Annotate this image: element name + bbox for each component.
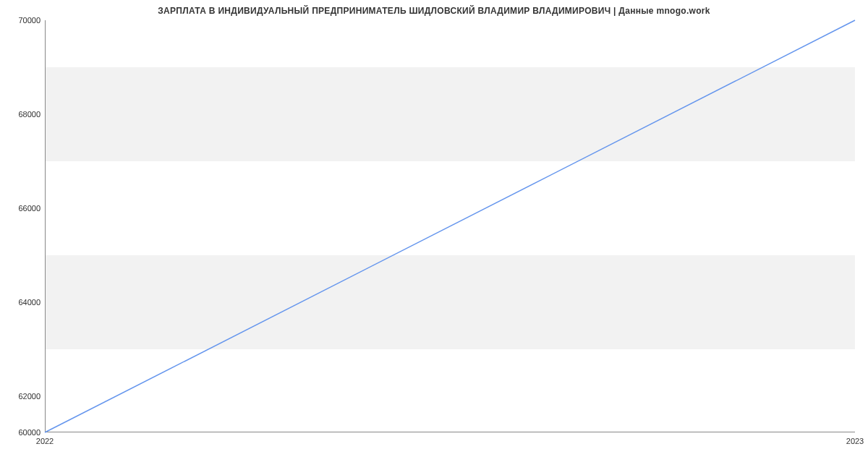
- y-tick-label: 60000: [18, 428, 41, 437]
- chart-container: ЗАРПЛАТА В ИНДИВИДУАЛЬНЫЙ ПРЕДПРИНИМАТЕЛ…: [0, 0, 868, 470]
- x-tick-label: 2023: [846, 437, 864, 445]
- svg-line-0: [45, 20, 855, 432]
- x-tick-label: 2022: [36, 437, 54, 445]
- y-tick-label: 70000: [18, 16, 41, 25]
- y-tick-label: 64000: [18, 298, 41, 307]
- y-tick-label: 66000: [18, 204, 41, 213]
- y-tick-label: 62000: [18, 392, 41, 401]
- plot-area: 70000 68000 66000 64000 62000 60000 2022…: [45, 20, 855, 432]
- data-line: [45, 20, 855, 432]
- chart-title: ЗАРПЛАТА В ИНДИВИДУАЛЬНЫЙ ПРЕДПРИНИМАТЕЛ…: [0, 6, 868, 16]
- y-tick-label: 68000: [18, 110, 41, 119]
